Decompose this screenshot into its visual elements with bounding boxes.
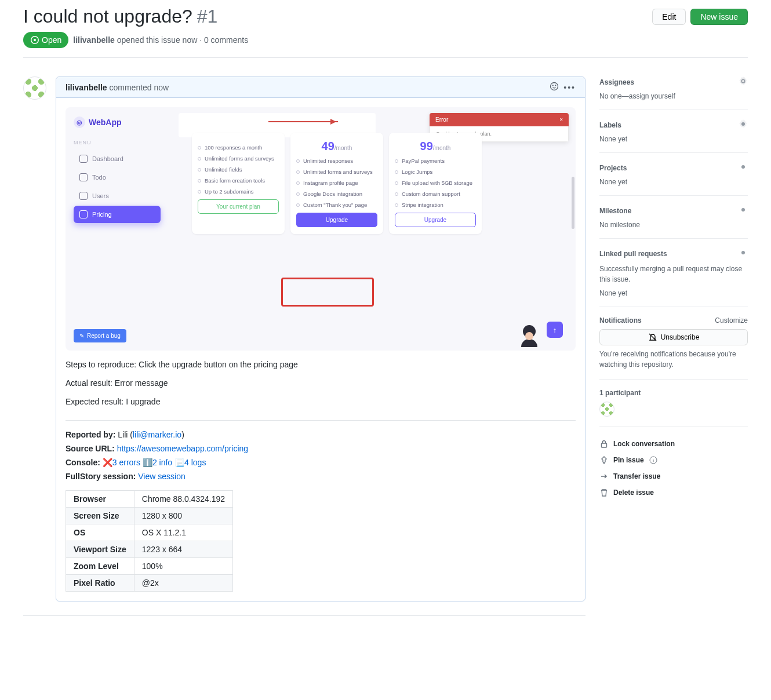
edit-button[interactable]: Edit — [652, 9, 686, 25]
sidebar-item-dashboard: Dashboard — [74, 150, 161, 167]
sidebar-item-users: Users — [74, 187, 161, 205]
issue-open-icon — [30, 35, 39, 45]
participant-avatar[interactable] — [599, 402, 614, 417]
menu-section-label: MENU — [74, 140, 161, 145]
app-logo: ◎ WebApp — [74, 116, 161, 128]
source-url-link[interactable]: https://awesomewebapp.com/pricing — [117, 444, 248, 453]
scroll-top-fab: ↑ — [547, 322, 563, 338]
svg-point-3 — [555, 85, 556, 86]
body-divider — [66, 420, 576, 421]
assignees-title[interactable]: Assignees — [599, 78, 634, 86]
expected-text: Expected result: I upgrade — [66, 397, 576, 406]
svg-point-5 — [741, 165, 745, 169]
gear-icon[interactable] — [739, 119, 748, 130]
issue-number: #1 — [197, 6, 218, 27]
author-link[interactable]: lilivanbelle — [73, 35, 115, 45]
close-icon: × — [559, 116, 563, 123]
timeline-divider — [23, 615, 585, 616]
upgrade-button-pro: Upgrade — [296, 213, 377, 227]
notifications-note: You're receiving notifications because y… — [599, 349, 748, 370]
issue-header: I could not upgrade? #1 Edit New issue O… — [23, 6, 748, 63]
svg-point-0 — [34, 39, 36, 41]
upgrade-button-premium: Upgrade — [395, 213, 476, 227]
illustration-person — [518, 326, 541, 347]
plan-card-premium: 99/month PayPal payments Logic Jumps Fil… — [389, 133, 482, 234]
lock-icon — [599, 439, 609, 449]
gear-icon[interactable] — [739, 205, 748, 216]
milestone-text: No milestone — [599, 221, 748, 229]
bell-slash-icon — [648, 333, 657, 342]
fullstory-link[interactable]: View session — [138, 472, 185, 481]
scrollbar — [572, 177, 574, 229]
actual-text: Actual result: Error message — [66, 378, 576, 388]
table-row: Zoom Level100% — [66, 558, 233, 575]
annotation-highlight — [281, 278, 374, 307]
env-table: BrowserChrome 88.0.4324.192 Screen Size1… — [66, 490, 233, 592]
projects-title[interactable]: Projects — [599, 164, 627, 172]
labels-title[interactable]: Labels — [599, 121, 621, 129]
transfer-issue[interactable]: Transfer issue — [599, 468, 748, 484]
issue-title: I could not upgrade? — [23, 6, 192, 27]
svg-point-2 — [552, 85, 553, 86]
milestone-title[interactable]: Milestone — [599, 207, 631, 215]
source-url-line: Source URL: https://awesomewebapp.com/pr… — [66, 444, 576, 453]
sidebar-item-pricing: Pricing — [74, 206, 161, 223]
avatar[interactable] — [23, 76, 46, 100]
emoji-icon[interactable] — [550, 82, 559, 93]
arrow-right-icon — [599, 472, 609, 481]
issue-state-label: Open — [42, 35, 61, 45]
table-row: Screen Size1280 x 800 — [66, 508, 233, 524]
console-line: Console: ❌3 errors ℹ️2 info 📃4 logs — [66, 458, 576, 467]
annotation-arrow — [268, 121, 338, 122]
plan-card-basic: 100 responses a month Unlimited forms an… — [192, 133, 285, 234]
reporter-email-link[interactable]: lili@marker.io — [133, 430, 181, 439]
info-icon — [649, 455, 658, 465]
embedded-screenshot: ◎ WebApp MENU Dashboard Todo Users Prici… — [66, 107, 576, 351]
kebab-icon[interactable]: ••• — [563, 83, 576, 92]
linked-pr-text: None yet — [599, 289, 748, 297]
issue-meta-text: lilivanbelle opened this issue now · 0 c… — [73, 35, 248, 45]
labels-text: None yet — [599, 135, 748, 143]
gear-icon[interactable] — [739, 162, 748, 173]
assignees-text: No one—assign yourself — [599, 92, 748, 100]
unsubscribe-button[interactable]: Unsubscribe — [599, 329, 748, 345]
notifications-title: Notifications — [599, 316, 642, 325]
table-row: OSOS X 11.2.1 — [66, 524, 233, 541]
new-issue-button[interactable]: New issue — [690, 9, 748, 25]
svg-point-6 — [741, 208, 745, 212]
assign-yourself-link[interactable]: assign yourself — [629, 92, 675, 100]
participants-title: 1 participant — [599, 389, 641, 397]
pin-issue[interactable]: Pin issue — [599, 452, 748, 468]
comment-time: commented now — [109, 83, 169, 92]
comment-box: lilivanbelle commented now ••• ◎ — [56, 76, 585, 601]
pin-icon — [599, 455, 609, 465]
current-plan-button: Your current plan — [198, 199, 279, 214]
sidebar: Assignees No one—assign yourself Labels … — [599, 76, 748, 616]
plan-card-pro: 49/month Unlimited responses Unlimited f… — [290, 133, 383, 234]
steps-text: Steps to reproduce: Click the upgrade bu… — [66, 360, 576, 369]
trash-icon — [599, 488, 609, 497]
delete-issue[interactable]: Delete issue — [599, 484, 748, 501]
app-name: WebApp — [89, 118, 122, 127]
issue-state-badge: Open — [23, 32, 68, 48]
table-row: BrowserChrome 88.0.4324.192 — [66, 491, 233, 508]
svg-point-1 — [551, 83, 558, 90]
customize-link[interactable]: Customize — [715, 316, 748, 325]
fullstory-line: FullStory session: View session — [66, 472, 576, 481]
table-row: Pixel Ratio@2x — [66, 575, 233, 592]
reported-by: Reported by: Lili (lili@marker.io) — [66, 430, 576, 439]
comment-author[interactable]: lilivanbelle — [66, 83, 107, 92]
linked-pr-title[interactable]: Linked pull requests — [599, 250, 667, 258]
gear-icon[interactable] — [739, 248, 748, 259]
table-row: Viewport Size1223 x 664 — [66, 541, 233, 558]
projects-text: None yet — [599, 178, 748, 186]
linked-pr-note: Successfully merging a pull request may … — [599, 264, 748, 285]
lock-conversation[interactable]: Lock conversation — [599, 436, 748, 452]
header-divider — [23, 57, 748, 58]
svg-point-7 — [741, 251, 745, 254]
svg-rect-8 — [602, 443, 607, 447]
gear-icon[interactable] — [739, 76, 748, 88]
opened-text: opened this issue now · 0 comments — [117, 35, 248, 45]
console-link[interactable]: ❌3 errors ℹ️2 info 📃4 logs — [103, 458, 206, 467]
sidebar-item-todo: Todo — [74, 169, 161, 186]
